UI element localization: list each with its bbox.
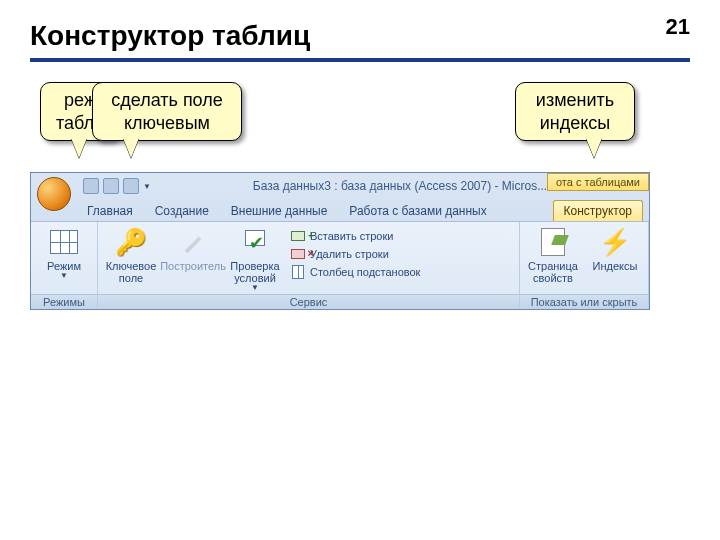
primary-key-button[interactable]: 🔑 Ключевое поле xyxy=(102,224,160,284)
ribbon: Режим ▼ Режимы 🔑 Ключевое поле Построите… xyxy=(31,221,649,309)
qat-dropdown-icon[interactable]: ▼ xyxy=(143,182,151,191)
chevron-down-icon: ▼ xyxy=(60,272,68,281)
slide-title: Конструктор таблиц xyxy=(30,20,690,52)
delete-rows-label: Удалить строки xyxy=(310,248,389,260)
tab-designer[interactable]: Конструктор xyxy=(553,200,643,221)
lookup-column-label: Столбец подстановок xyxy=(310,266,420,278)
builder-button[interactable]: Построитель xyxy=(164,224,222,272)
callout-keyfield: сделать поле ключевым xyxy=(92,82,242,141)
insert-rows-button[interactable]: Вставить строки xyxy=(290,228,420,244)
group-service-label: Сервис xyxy=(98,294,519,309)
context-tab-header: ота с таблицами xyxy=(547,173,649,191)
tab-create[interactable]: Создание xyxy=(145,201,219,221)
tab-external-data[interactable]: Внешние данные xyxy=(221,201,338,221)
callout-tail xyxy=(123,138,139,158)
validation-icon xyxy=(239,226,271,258)
callout-keyfield-text: сделать поле ключевым xyxy=(111,90,223,133)
property-sheet-label: Страница свойств xyxy=(526,260,580,284)
mode-button[interactable]: Режим ▼ xyxy=(35,224,93,281)
lookup-column-button[interactable]: Столбец подстановок xyxy=(290,264,420,280)
group-show-hide-label: Показать или скрыть xyxy=(520,294,648,309)
insert-rows-icon xyxy=(290,228,306,244)
tab-home[interactable]: Главная xyxy=(77,201,143,221)
group-modes-label: Режимы xyxy=(31,294,97,309)
tab-database-tools[interactable]: Работа с базами данных xyxy=(339,201,496,221)
group-modes: Режим ▼ Режимы xyxy=(31,222,98,309)
qat-redo-button[interactable] xyxy=(123,178,139,194)
key-icon: 🔑 xyxy=(115,226,147,258)
property-sheet-icon xyxy=(537,226,569,258)
row-ops-list: Вставить строки Удалить строки Столбец п… xyxy=(288,224,422,284)
quick-access-toolbar: ▼ xyxy=(83,178,151,194)
page-number: 21 xyxy=(666,14,690,40)
title-rule xyxy=(30,58,690,62)
callout-indexes: изменить индексы xyxy=(515,82,635,141)
qat-save-button[interactable] xyxy=(83,178,99,194)
delete-rows-button[interactable]: Удалить строки xyxy=(290,246,420,262)
insert-rows-label: Вставить строки xyxy=(310,230,393,242)
table-view-icon xyxy=(48,226,80,258)
chevron-down-icon: ▼ xyxy=(251,284,259,293)
property-sheet-button[interactable]: Страница свойств xyxy=(524,224,582,284)
app-window: ▼ База данных3 : база данных (Access 200… xyxy=(30,172,650,310)
validation-button[interactable]: Проверка условий ▼ xyxy=(226,224,284,293)
indexes-label: Индексы xyxy=(593,260,638,272)
group-service: 🔑 Ключевое поле Построитель Проверка усл… xyxy=(98,222,520,309)
callout-tail xyxy=(71,138,87,158)
indexes-icon: ⚡ xyxy=(599,226,631,258)
builder-label: Построитель xyxy=(160,260,226,272)
validation-label: Проверка условий xyxy=(228,260,282,284)
primary-key-label: Ключевое поле xyxy=(104,260,158,284)
callout-indexes-text: изменить индексы xyxy=(536,90,614,133)
office-orb-button[interactable] xyxy=(37,177,71,211)
builder-icon xyxy=(177,226,209,258)
callouts-area: реж табли сделать поле ключевым изменить… xyxy=(30,82,690,172)
indexes-button[interactable]: ⚡ Индексы xyxy=(586,224,644,272)
ribbon-tabs: Главная Создание Внешние данные Работа с… xyxy=(31,199,649,221)
lookup-column-icon xyxy=(290,264,306,280)
titlebar: ▼ База данных3 : база данных (Access 200… xyxy=(31,173,649,199)
qat-undo-button[interactable] xyxy=(103,178,119,194)
group-show-hide: Страница свойств ⚡ Индексы Показать или … xyxy=(520,222,649,309)
delete-rows-icon xyxy=(290,246,306,262)
callout-tail xyxy=(586,138,602,158)
